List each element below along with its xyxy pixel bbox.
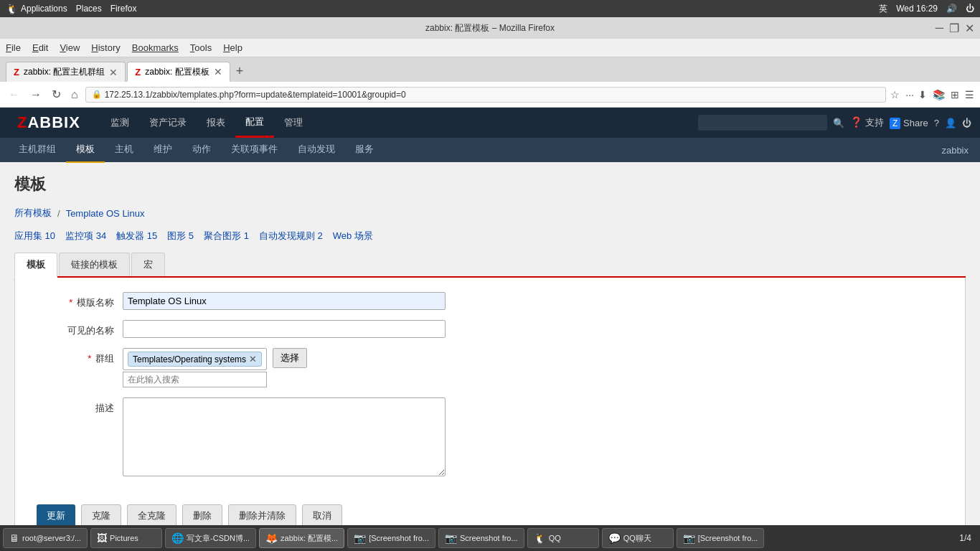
search-icon[interactable]: 🔍 [833,118,844,128]
taskbar-item-pictures[interactable]: 🖼 Pictures [90,528,162,548]
taskbar-item-csdn-icon: 🌐 [171,532,184,544]
nav-assets[interactable]: 资产记录 [139,109,197,136]
cancel-button[interactable]: 取消 [302,504,342,527]
menu-edit[interactable]: Edit [32,42,48,53]
sub-nav: 主机群组 模板 主机 维护 动作 关联项事件 自动发现 服务 zabbix [0,138,980,162]
taskbar-item-zabbix[interactable]: 🦊 zabbix: 配置模... [259,528,344,548]
form-tab-template[interactable]: 模板 [14,253,57,278]
share-label[interactable]: Z Share [890,118,928,128]
subnav-discovery[interactable]: 自动发现 [288,137,345,163]
minimize-btn[interactable]: ─ [936,22,943,35]
menu-icon[interactable]: ☰ [965,89,974,100]
os-applications[interactable]: 🐧 Applications [6,3,67,14]
nav-config[interactable]: 配置 [235,108,274,138]
bc-tab-applications[interactable]: 应用集 10 [14,230,55,242]
help-icon[interactable]: ? [934,118,939,128]
subnav-templates[interactable]: 模板 [66,137,105,163]
form-tab-linked[interactable]: 链接的模板 [59,253,130,276]
tab1-zabbix-icon: Z [14,67,19,77]
os-power[interactable]: ⏻ [966,4,974,14]
remove-tag-btn[interactable]: ✕ [249,354,257,364]
support-label[interactable]: ❓ 支持 [850,116,884,129]
os-sound[interactable]: 🔊 [946,4,957,14]
menu-history[interactable]: History [91,42,120,53]
taskbar-item-root[interactable]: 🖥 root@server3:/... [3,528,88,548]
more-options-icon[interactable]: ··· [905,89,914,100]
menu-help[interactable]: Help [223,42,242,53]
lock-icon: 🔒 [92,90,102,99]
form-buttons: 更新 克隆 全克隆 删除 删除并清除 取消 [37,493,943,527]
full-clone-button[interactable]: 全克隆 [127,504,176,527]
delete-clear-button[interactable]: 删除并清除 [228,504,296,527]
taskbar-item-qq-chat[interactable]: 💬 QQ聊天 [602,528,674,548]
user-icon[interactable]: 👤 [945,118,956,128]
breadcrumb-current[interactable]: Template OS Linux [66,208,145,219]
window-controls[interactable]: ─ ❐ ✕ [936,22,974,35]
download-icon[interactable]: ⬇ [918,89,927,100]
home-btn[interactable]: ⌂ [68,87,81,103]
taskbar-item-screenshot1[interactable]: 📷 [Screenshot fro... [347,528,435,548]
subnav-actions[interactable]: 动作 [182,137,221,163]
taskbar-item-screenshot3[interactable]: 📷 [Screenshot fro... [677,528,765,548]
close-btn[interactable]: ✕ [965,22,974,35]
tab1-close[interactable]: ✕ [109,67,118,78]
menu-bar: File Edit View History Bookmarks Tools H… [0,39,980,57]
nav-reports[interactable]: 报表 [197,109,235,136]
bc-tab-discovery[interactable]: 自动发现规则 2 [259,230,323,242]
bc-tab-graphs[interactable]: 图形 5 [167,230,194,242]
visible-name-input[interactable] [123,320,446,338]
maximize-btn[interactable]: ❐ [949,22,959,35]
browser-title: zabbix: 配置模板 – Mozilla Firefox [425,22,555,34]
delete-button[interactable]: 删除 [182,504,222,527]
menu-tools[interactable]: Tools [190,42,212,53]
bc-tab-screens[interactable]: 聚合图形 1 [204,230,249,242]
subnav-maintenance[interactable]: 维护 [143,137,182,163]
os-firefox[interactable]: Firefox [110,4,137,14]
sub-nav-items: 主机群组 模板 主机 维护 动作 关联项事件 自动发现 服务 [9,137,384,163]
tab2-close[interactable]: ✕ [214,66,222,77]
logout-icon[interactable]: ⏻ [962,118,971,128]
new-tab-btn[interactable]: + [232,64,248,79]
os-places[interactable]: Places [76,4,102,14]
subnav-services[interactable]: 服务 [345,137,384,163]
group-row: Templates/Operating systems ✕ 选择 [123,348,307,387]
forward-btn[interactable]: → [27,87,44,103]
form-area: * 模版名称 可见的名称 * 群组 [14,278,966,542]
browser-tab-1[interactable]: Z zabbix: 配置主机群组 ✕ [6,62,126,82]
nav-admin[interactable]: 管理 [274,109,313,136]
group-tag: Templates/Operating systems ✕ [128,352,262,367]
browser-tab-2[interactable]: Z zabbix: 配置模板 ✕ [127,62,230,82]
search-input[interactable] [698,115,827,131]
breadcrumb-all-templates[interactable]: 所有模板 [14,207,52,220]
nav-monitor[interactable]: 监测 [100,109,139,136]
taskbar-item-qq-chat-icon: 💬 [608,532,621,544]
form-tab-macros[interactable]: 宏 [131,253,165,276]
template-name-input[interactable] [123,292,446,310]
subnav-hosts[interactable]: 主机 [105,137,143,163]
group-search-input[interactable] [123,372,267,387]
taskbar-item-screenshot2[interactable]: 📷 Screenshot fro... [438,528,524,548]
taskbar-item-pictures-label: Pictures [110,534,138,542]
sidebar-toggle-icon[interactable]: ⊞ [951,89,959,100]
select-group-btn[interactable]: 选择 [273,348,307,368]
taskbar-item-qq[interactable]: 🐧 QQ [527,528,599,548]
subnav-event-correlation[interactable]: 关联项事件 [221,137,288,163]
group-field[interactable]: Templates/Operating systems ✕ [123,348,267,370]
menu-bookmarks[interactable]: Bookmarks [132,42,179,53]
bc-tab-triggers[interactable]: 触发器 15 [116,230,157,242]
clone-button[interactable]: 克隆 [81,504,121,527]
bookmark-star-icon[interactable]: ☆ [890,89,900,100]
taskbar-item-csdn[interactable]: 🌐 写文章-CSDN博... [165,528,256,548]
bookmarks-icon[interactable]: 📚 [933,89,945,100]
bc-tab-items[interactable]: 监控项 34 [65,230,106,242]
taskbar-item-csdn-label: 写文章-CSDN博... [187,533,250,544]
bc-tab-web[interactable]: Web 场景 [333,230,373,242]
address-input-container[interactable]: 🔒 172.25.13.1/zabbix/templates.php?form=… [85,87,887,103]
description-textarea[interactable] [123,397,446,476]
menu-view[interactable]: View [60,42,80,53]
reload-btn[interactable]: ↻ [49,86,64,103]
update-button[interactable]: 更新 [37,504,75,527]
back-btn[interactable]: ← [6,87,23,103]
menu-file[interactable]: File [6,42,21,53]
subnav-host-groups[interactable]: 主机群组 [9,137,66,163]
